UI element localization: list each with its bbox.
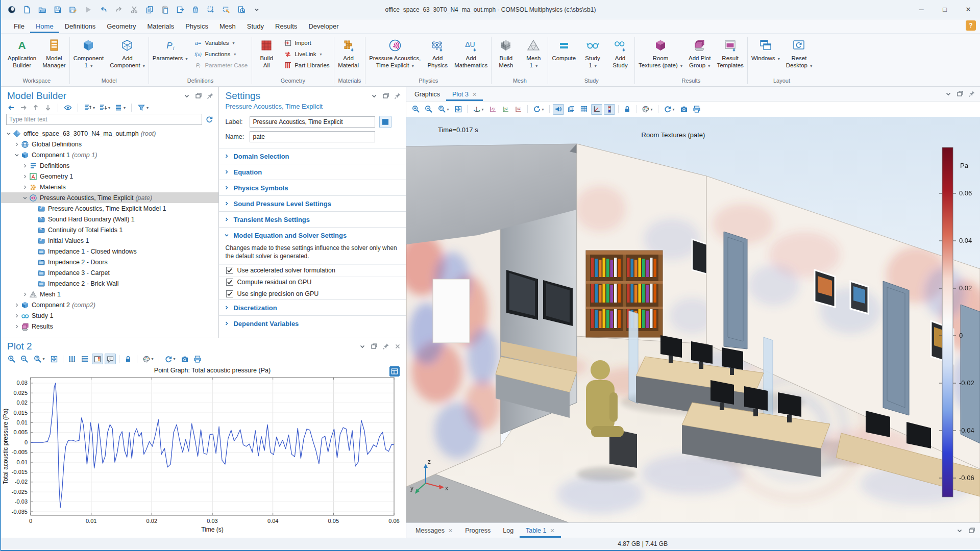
zoom-box-button[interactable]: ▾ — [436, 104, 451, 115]
tree-item-geometry-1[interactable]: Geometry 1 — [1, 171, 218, 182]
ribbon-button-pressure-acoustics-time-explicit[interactable]: Pressure Acoustics, Time Explicit ▾ — [366, 36, 423, 70]
chev-down-icon[interactable] — [358, 342, 366, 350]
menu-mesh[interactable]: Mesh — [214, 20, 241, 33]
tab-table-1[interactable]: Table 1✕ — [520, 524, 561, 538]
ribbon-button-add-study[interactable]: Add Study — [607, 36, 633, 70]
expand-chevron-icon[interactable] — [21, 292, 29, 297]
expand-chevron-icon[interactable] — [21, 163, 29, 168]
float-icon[interactable] — [194, 92, 203, 100]
filter-refresh-icon[interactable] — [205, 115, 213, 123]
tree-item-impedance-2-brick-wall[interactable]: Impedance 2 - Brick Wall — [1, 278, 218, 289]
float-icon[interactable] — [370, 342, 378, 350]
tree-item-office-space-63-30t0-n4-ma-out-mph[interactable]: office_space_63_30T0_N4_ma_out.mph(root) — [1, 128, 218, 139]
filter-icon[interactable] — [137, 104, 145, 112]
name-input[interactable] — [250, 131, 375, 142]
section-discretization[interactable]: Discretization — [219, 299, 406, 315]
tree-item-impedance-2-doors[interactable]: Impedance 2 - Doors — [1, 257, 218, 267]
clear-selection[interactable] — [219, 3, 233, 16]
xgrid-button[interactable] — [66, 354, 78, 364]
zoom-out-button[interactable] — [19, 354, 30, 364]
copy[interactable] — [143, 3, 156, 16]
viewxz-button[interactable]: xz — [513, 104, 524, 115]
help-button[interactable]: ? — [966, 20, 976, 31]
menu-definitions[interactable]: Definitions — [59, 20, 102, 33]
zoom-in-button[interactable] — [6, 354, 17, 364]
palette-button[interactable]: ▾ — [640, 104, 655, 115]
tab-graphics[interactable]: Graphics — [408, 88, 446, 101]
pin-icon[interactable] — [206, 92, 214, 100]
arrow-right-icon[interactable] — [19, 104, 28, 112]
menu-physics[interactable]: Physics — [180, 20, 214, 33]
tab-messages[interactable]: Messages✕ — [409, 524, 459, 538]
expand-down-icon[interactable] — [99, 104, 107, 112]
ribbon-button-component-1[interactable]: Component 1 ▾ — [71, 36, 106, 70]
menu-study[interactable]: Study — [241, 20, 270, 33]
ribbon-button-application-builder[interactable]: AApplication Builder — [5, 36, 39, 70]
arrow-left-icon[interactable] — [7, 104, 15, 112]
section-sound-pressure-level-settings[interactable]: Sound Pressure Level Settings — [219, 195, 406, 211]
section-physics-symbols[interactable]: Physics Symbols — [219, 180, 406, 195]
tree-item-component-2[interactable]: Component 2(comp2) — [1, 299, 218, 310]
pin-icon[interactable] — [382, 342, 390, 350]
fit-button[interactable] — [453, 104, 464, 115]
tree-item-initial-values-1[interactable]: DInitial Values 1 — [1, 235, 218, 246]
ribbon-button-windows[interactable]: Windows ▾ — [749, 36, 782, 62]
ribbon-button-import[interactable]: Import — [282, 38, 331, 47]
ygrid-button[interactable] — [79, 354, 90, 364]
section-model-equation-and-solver-settings[interactable]: Model Equation and Solver Settings — [219, 227, 406, 243]
tree-item-global-definitions[interactable]: Global Definitions — [1, 139, 218, 149]
collapse-chevron-icon[interactable] — [13, 153, 20, 158]
legend-button[interactable] — [92, 354, 103, 364]
tree-item-results[interactable]: Results — [1, 321, 218, 332]
menu-geometry[interactable]: Geometry — [101, 20, 141, 33]
ribbon-button-reset-desktop[interactable]: Reset Desktop ▾ — [783, 36, 815, 70]
undo[interactable] — [97, 3, 110, 16]
tree-item-component-1[interactable]: Component 1(comp 1) — [1, 149, 218, 160]
zoom-selected[interactable] — [235, 3, 248, 16]
tree-item-pressure-acoustics-time-explicit-model-1[interactable]: DPressure Acoustics, Time Explicit Model… — [1, 203, 218, 214]
ribbon-button-add-mathematics[interactable]: ΔUAdd Mathematics — [452, 36, 490, 70]
duplicate[interactable] — [174, 3, 187, 16]
expand-chevron-icon[interactable] — [13, 303, 20, 308]
tree-item-mesh-1[interactable]: Mesh 1 — [1, 289, 218, 299]
print-button[interactable] — [691, 104, 702, 115]
pin-icon[interactable] — [968, 90, 976, 98]
refresh-button[interactable]: ▾ — [162, 354, 178, 364]
arrow-up-icon[interactable] — [32, 104, 40, 112]
tab-plot-3[interactable]: Plot 3✕ — [446, 88, 483, 101]
ribbon-button-variables[interactable]: a=Variables▾ — [192, 38, 250, 47]
delete[interactable] — [189, 3, 202, 16]
axvis-button[interactable] — [591, 104, 602, 115]
zoom-in-button[interactable] — [410, 104, 422, 115]
ribbon-button-add-component[interactable]: Add Component ▾ — [107, 36, 148, 70]
lock-button[interactable] — [622, 104, 633, 115]
zoom-out-button[interactable] — [423, 104, 434, 115]
paste[interactable] — [158, 3, 172, 16]
collapse-ribbon[interactable] — [250, 3, 263, 16]
maximize-button[interactable]: □ — [933, 0, 957, 19]
settings-subtitle[interactable]: Pressure Acoustics, Time Explicit — [219, 103, 406, 114]
select-box[interactable] — [204, 3, 217, 16]
cbar-button[interactable] — [604, 104, 615, 115]
ribbon-button-add-physics[interactable]: Add Physics — [424, 36, 451, 70]
run[interactable] — [82, 3, 95, 16]
float-icon[interactable] — [968, 527, 976, 535]
collapse-chevron-icon[interactable] — [5, 131, 12, 136]
menu-materials[interactable]: Materials — [141, 20, 180, 33]
expand-chevron-icon[interactable] — [21, 174, 29, 179]
tree-item-pressure-acoustics-time-explicit[interactable]: Pressure Acoustics, Time Explicit(pate) — [1, 192, 218, 203]
section-domain-selection[interactable]: Domain Selection — [219, 148, 406, 164]
ribbon-button-study-1[interactable]: Study 1 ▾ — [579, 36, 606, 70]
ribbon-button-add-material[interactable]: Add Material — [335, 36, 362, 70]
redo[interactable] — [112, 3, 126, 16]
checkbox-use-single-precision-on-gpu[interactable]: Use single precision on GPU — [219, 288, 406, 299]
chev-down-icon[interactable] — [955, 527, 964, 535]
label-input[interactable] — [250, 116, 375, 128]
fit-button[interactable] — [48, 354, 60, 364]
chev-down-icon[interactable] — [370, 92, 378, 100]
camera-button[interactable] — [678, 104, 690, 115]
plot-properties-button[interactable] — [389, 366, 400, 377]
tab-close-icon[interactable]: ✕ — [472, 91, 477, 98]
ribbon-button-parameters[interactable]: PiParameters ▾ — [150, 36, 190, 62]
triad-button[interactable]: ▾ — [471, 104, 486, 115]
